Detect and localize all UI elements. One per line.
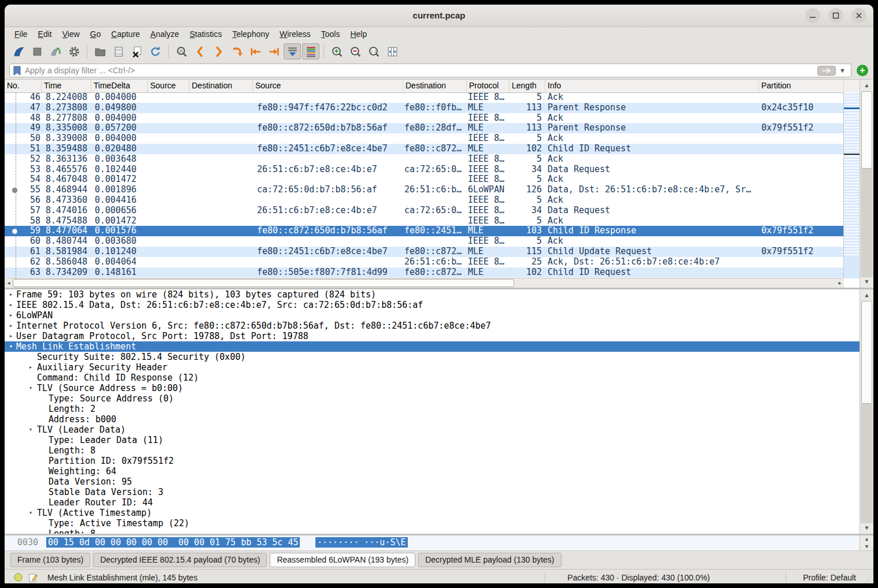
byte-tab[interactable]: Frame (103 bytes) (10, 553, 90, 567)
capture-comment-icon[interactable] (29, 573, 38, 582)
restart-capture-icon[interactable] (47, 43, 64, 59)
chevron-right-icon[interactable]: ▸ (7, 289, 15, 300)
packet-row[interactable]: 468.2240080.004000IEEE 8…5Ack (5, 92, 844, 103)
menu-edit[interactable]: Edit (33, 28, 57, 40)
next-packet-icon[interactable] (210, 43, 227, 59)
filter-dropdown-caret-icon[interactable]: ▼ (839, 67, 846, 74)
column-header-len[interactable]: Length (509, 80, 545, 92)
scroll-up-icon[interactable]: ▲ (860, 535, 873, 543)
column-header-time[interactable]: Time (42, 80, 91, 92)
detail-row[interactable]: ▸IEEE 802.15.4 Data, Dst: 26:51:c6:b7:e8… (5, 300, 860, 310)
packet-row[interactable]: 548.4670480.001472IEEE 8…5Ack (5, 174, 844, 185)
minimize-icon[interactable] (805, 8, 820, 23)
column-header-dst1[interactable]: Destination (189, 80, 253, 92)
detail-row[interactable]: ▸Frame 59: 103 bytes on wire (824 bits),… (5, 289, 860, 300)
byte-tab[interactable]: Decrypted MLE payload (130 bytes) (418, 553, 561, 567)
resize-grip[interactable]: ⋰ (865, 577, 871, 583)
chevron-right-icon[interactable]: ▸ (7, 310, 15, 321)
byte-tab[interactable]: Reassembled 6LoWPAN (193 bytes) (270, 553, 415, 567)
colorize-icon[interactable] (302, 43, 319, 59)
chevron-right-icon[interactable]: ▸ (7, 321, 15, 331)
detail-row[interactable]: Type: Active Timestamp (22) (5, 518, 860, 529)
detail-row[interactable]: Type: Leader Data (11) (5, 435, 860, 445)
scroll-down-icon[interactable]: ▼ (860, 277, 873, 286)
column-header-partition[interactable]: Partition (759, 80, 844, 92)
menu-capture[interactable]: Capture (106, 28, 146, 40)
last-packet-icon[interactable] (265, 43, 282, 59)
scrollbar-track[interactable] (861, 404, 873, 523)
menu-go[interactable]: Go (85, 28, 106, 40)
packet-row[interactable]: 488.2778080.004000IEEE 8…5Ack (5, 113, 844, 124)
detail-row[interactable]: ▸User Datagram Protocol, Src Port: 19788… (5, 331, 860, 341)
chevron-down-icon[interactable]: ▾ (27, 508, 35, 518)
menu-tools[interactable]: Tools (316, 28, 345, 40)
menu-telephony[interactable]: Telephony (227, 28, 274, 40)
scroll-down-icon[interactable]: ▼ (860, 523, 873, 533)
packet-row[interactable]: 558.4689440.001896ca:72:65:0d:b7:b8:56:a… (5, 185, 844, 195)
detail-row[interactable]: Stable Data Version: 3 (5, 487, 860, 497)
chevron-down-icon[interactable]: ▾ (27, 383, 35, 393)
close-icon[interactable] (851, 8, 866, 23)
packet-row[interactable]: 508.3390080.004000IEEE 8…5Ack (5, 133, 844, 144)
detail-row[interactable]: Address: b000 (5, 414, 860, 425)
packet-row[interactable]: 608.4807440.003680IEEE 8…5Ack (5, 236, 844, 247)
bytes-scrollbar[interactable]: ▲ ▼ (860, 535, 873, 550)
first-packet-icon[interactable] (247, 43, 264, 59)
hex-bytes[interactable]: 00 15 0d 00 00 00 00 00 00 00 01 75 bb 5… (46, 537, 300, 548)
packet-row[interactable]: 628.5860480.00406426:51:c6:b…IEEE 8…25Ac… (5, 257, 844, 267)
auto-scroll-icon[interactable] (284, 43, 301, 59)
packet-list-scrollbar[interactable]: ▲ ▼ (860, 80, 873, 288)
detail-row[interactable]: ▸Internet Protocol Version 6, Src: fe80:… (5, 321, 860, 331)
detail-row[interactable]: Length: 8 (5, 529, 860, 534)
chevron-down-icon[interactable]: ▾ (7, 341, 15, 352)
previous-packet-icon[interactable] (191, 43, 209, 59)
column-header-delta[interactable]: TimeDelta (91, 80, 148, 92)
detail-row[interactable]: Partition ID: 0x79f551f2 (5, 456, 860, 466)
start-capture-icon[interactable] (10, 43, 27, 59)
scroll-right-icon[interactable]: ▸ (836, 278, 844, 288)
detail-row[interactable]: Type: Source Address (0) (5, 393, 860, 404)
hex-ascii[interactable]: ········ ···u·S\E (315, 537, 408, 548)
column-header-proto[interactable]: Protocol (467, 80, 509, 92)
menu-view[interactable]: View (57, 28, 85, 40)
packet-row[interactable]: 538.4655760.10244026:51:c6:b7:e8:ce:4b:e… (5, 165, 844, 175)
chevron-right-icon[interactable]: ▸ (7, 331, 15, 341)
hscrollbar-thumb[interactable] (13, 279, 514, 287)
detail-row[interactable]: Security Suite: 802.15.4 Security (0x00) (5, 352, 860, 362)
byte-tab[interactable]: Decrypted IEEE 802.15.4 payload (70 byte… (93, 553, 267, 567)
packet-row[interactable]: 568.4733600.004416IEEE 8…5Ack (5, 195, 844, 206)
detail-row[interactable]: ▾TLV (Leader Data) (5, 425, 860, 435)
detail-row[interactable]: ▾TLV (Source Address = b0:00) (5, 383, 860, 393)
scrollbar-thumb[interactable] (861, 91, 872, 169)
packet-row[interactable]: 598.4770640.001576fe80::c872:650d:b7b8:5… (5, 226, 844, 236)
zoom-original-icon[interactable]: 1:1 (365, 43, 382, 59)
detail-row[interactable]: Length: 8 (5, 445, 860, 456)
packet-list-minimap[interactable] (843, 92, 860, 278)
menu-statistics[interactable]: Statistics (184, 28, 227, 40)
column-header-src1[interactable]: Source (148, 80, 189, 92)
menu-file[interactable]: File (9, 28, 33, 40)
detail-row[interactable]: ▸Auxiliary Security Header (5, 362, 860, 373)
scroll-left-icon[interactable]: ◂ (5, 278, 13, 288)
column-header-dst2[interactable]: Destination (403, 80, 467, 92)
packet-row[interactable]: 618.5819840.101240fe80::2451:c6b7:e8ce:4… (5, 247, 844, 257)
detail-row[interactable]: Data Version: 95 (5, 477, 860, 487)
column-header-info[interactable]: Info (545, 80, 759, 92)
detail-row[interactable]: Command: Child ID Response (12) (5, 373, 860, 383)
scrollbar-thumb[interactable] (861, 301, 872, 404)
detail-row[interactable]: ▾Mesh Link Establishment (5, 341, 860, 352)
menu-help[interactable]: Help (345, 28, 372, 40)
packet-row[interactable]: 478.2738080.049800fe80::947f:f476:22bc:c… (5, 103, 844, 113)
close-file-icon[interactable] (128, 43, 146, 59)
packet-row[interactable]: 528.3631360.003648IEEE 8…5Ack (5, 154, 844, 165)
packet-row[interactable]: 498.3350080.057200fe80::c872:650d:b7b8:5… (5, 123, 844, 133)
chevron-down-icon[interactable]: ▾ (27, 425, 35, 435)
column-header-src2[interactable]: Source (253, 80, 403, 92)
packet-list-hscrollbar[interactable]: ◂ ▸ (5, 278, 844, 288)
expert-info-icon[interactable] (14, 573, 23, 582)
detail-row[interactable]: Length: 2 (5, 404, 860, 414)
scroll-down-icon[interactable]: ▼ (860, 543, 873, 550)
apply-filter-button[interactable] (817, 66, 836, 76)
zoom-out-icon[interactable] (347, 43, 364, 59)
detail-row[interactable]: Weighting: 64 (5, 466, 860, 477)
